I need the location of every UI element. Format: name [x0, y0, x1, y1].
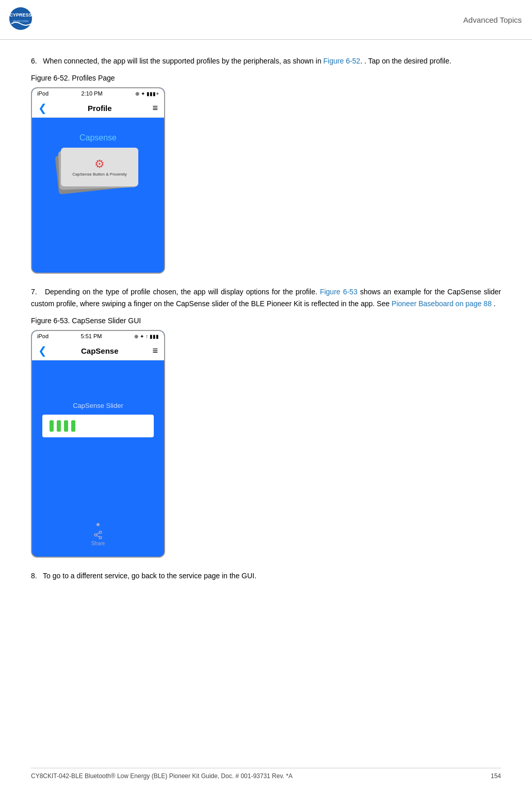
- page-header: CYPRESS PERFORM Advanced Topics: [0, 0, 532, 40]
- svg-point-0: [9, 7, 32, 30]
- gear-icon: ⚙: [94, 157, 105, 171]
- status-left: iPod: [37, 90, 49, 97]
- share-button[interactable]: Share: [91, 530, 105, 546]
- bottom-dot: [96, 523, 100, 526]
- cypress-logo: CYPRESS PERFORM: [5, 4, 41, 35]
- step-7: 7. Depending on the type of profile chos…: [31, 286, 501, 558]
- slider-bar-1: [50, 420, 54, 432]
- figure-53-link[interactable]: Figure 6-53: [320, 288, 358, 296]
- status-right-icons: ⊕ ✦ ▮▮▮+: [135, 91, 159, 97]
- phone-53-nav: ❮ CapSense ≡: [32, 341, 164, 360]
- figure-52-phone: iPod 2:10 PM ⊕ ✦ ▮▮▮+ ❮ Profile ≡ Capsen…: [31, 87, 165, 274]
- capsense-card-stack: ⚙ CapSense Button & Proximity: [52, 148, 144, 194]
- step7-text: 7. Depending on the type of profile chos…: [31, 286, 501, 309]
- step6-number: 6.: [31, 57, 37, 65]
- phone-53-status-bar: iPod 5:51 PM ⊕ ✦ ↑ ▮▮▮: [32, 331, 164, 341]
- status53-left: iPod: [37, 333, 49, 339]
- phone-52-status-bar: iPod 2:10 PM ⊕ ✦ ▮▮▮+: [32, 88, 164, 99]
- slider-bar-3: [64, 420, 68, 432]
- step7-text-main: Depending on the type of profile chosen,…: [45, 288, 317, 296]
- figure-52-label: Figure 6-52. Profiles Page: [31, 74, 501, 82]
- nav-title: Profile: [88, 104, 112, 113]
- share-label: Share: [91, 541, 105, 546]
- step8-number: 8.: [31, 572, 37, 580]
- footer-right-page: 154: [491, 772, 501, 780]
- menu-button-53[interactable]: ≡: [152, 345, 158, 356]
- svg-text:CYPRESS: CYPRESS: [9, 12, 31, 18]
- status-center: 2:10 PM: [82, 90, 103, 97]
- page-footer: CY8CKIT-042-BLE Bluetooth® Low Energy (B…: [31, 768, 501, 780]
- status53-right-icons: ⊕ ✦ ↑ ▮▮▮: [134, 334, 159, 339]
- footer-left: CY8CKIT-042-BLE Bluetooth® Low Energy (B…: [31, 772, 293, 780]
- figure-52-link[interactable]: Figure 6-52: [324, 57, 361, 65]
- phone-53-body: CapSense Slider: [32, 360, 164, 557]
- main-content: 6. When connected, the app will list the…: [0, 40, 532, 610]
- capsense-slider-box: [42, 415, 154, 437]
- back-button-53[interactable]: ❮: [38, 344, 47, 357]
- back-button[interactable]: ❮: [38, 102, 47, 114]
- slider-bar-2: [57, 420, 61, 432]
- step8-text-body: To go to a different service, go back to…: [43, 572, 256, 580]
- header-title: Advanced Topics: [463, 15, 522, 24]
- step8-text: 8. To go to a different service, go back…: [31, 570, 501, 581]
- pioneer-baseboard-link[interactable]: Pioneer Baseboard on page 88: [392, 299, 492, 308]
- step-6: 6. When connected, the app will list the…: [31, 55, 501, 274]
- card-front: ⚙ CapSense Button & Proximity: [61, 148, 138, 186]
- step6-text: 6. When connected, the app will list the…: [31, 55, 501, 67]
- nav-title-53: CapSense: [81, 346, 119, 355]
- step7-text3: .: [494, 299, 496, 308]
- figure-53-phone: iPod 5:51 PM ⊕ ✦ ↑ ▮▮▮ ❮ CapSense ≡ CapS…: [31, 330, 165, 558]
- step-8: 8. To go to a different service, go back…: [31, 570, 501, 581]
- phone-52-nav: ❮ Profile ≡: [32, 99, 164, 118]
- card-front-label: CapSense Button & Proximity: [72, 172, 126, 177]
- logo-container: CYPRESS PERFORM: [5, 4, 41, 35]
- step6-text-before: When connected, the app will list the su…: [43, 57, 321, 65]
- status53-center: 5:51 PM: [81, 333, 102, 339]
- slider-bar-4: [71, 420, 75, 432]
- phone-53-bottom: Share: [37, 523, 159, 551]
- menu-button[interactable]: ≡: [152, 103, 158, 114]
- figure-53-label: Figure 6-53. CapSense Slider GUI: [31, 317, 501, 325]
- capsense-slider-label: CapSense Slider: [37, 402, 159, 409]
- capsense-label: Capsense: [37, 133, 159, 143]
- step7-number: 7.: [31, 288, 37, 296]
- phone-52-body: Capsense ⚙ CapSense Button & Proximity: [32, 118, 164, 273]
- step6-text-after: . Tap on the desired profile.: [364, 57, 452, 65]
